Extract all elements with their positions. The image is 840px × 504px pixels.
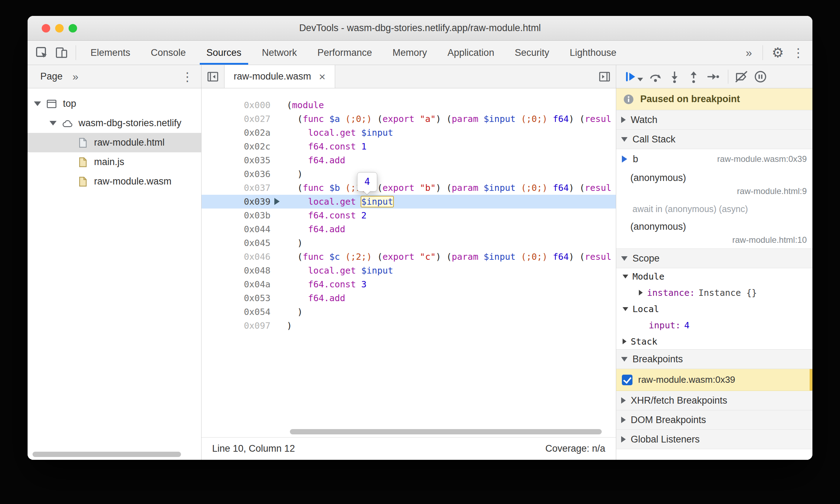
tab-application[interactable]: Application: [437, 41, 504, 65]
breakpoint-item[interactable]: raw-module.wasm:0x39: [616, 369, 812, 391]
line-address[interactable]: 0x035: [202, 153, 281, 167]
tab-security[interactable]: Security: [504, 41, 560, 65]
source-code-viewer[interactable]: 0x000(module0x027 (func $a (;0;) (export…: [202, 88, 616, 437]
line-address[interactable]: 0x044: [202, 222, 281, 236]
code-token: f64.add: [308, 155, 345, 165]
call-stack-frame[interactable]: (anonymous) raw-module.html:9: [616, 169, 812, 200]
scope-section-header[interactable]: Scope: [616, 248, 812, 268]
code-token: [287, 293, 308, 303]
call-stack-frame-current[interactable]: b raw-module.wasm:0x39: [616, 149, 812, 169]
code-token: (: [287, 114, 303, 124]
step-into-icon[interactable]: [665, 67, 684, 86]
line-address[interactable]: 0x02c: [202, 140, 281, 153]
editor-horizontal-scrollbar[interactable]: [290, 429, 602, 434]
line-address[interactable]: 0x046: [202, 250, 281, 264]
line-address[interactable]: 0x02a: [202, 126, 281, 140]
step-icon[interactable]: [703, 67, 722, 86]
tab-elements[interactable]: Elements: [80, 41, 141, 65]
line-address[interactable]: 0x045: [202, 236, 281, 250]
device-toolbar-icon[interactable]: [52, 43, 71, 63]
navigator-horizontal-scrollbar[interactable]: [33, 452, 181, 457]
tree-item-top[interactable]: top: [28, 94, 201, 113]
line-address[interactable]: 0x000: [202, 98, 281, 112]
code-token: $input: [484, 183, 515, 193]
code-token: [287, 197, 308, 207]
code-token: [287, 279, 308, 289]
chevron-right-icon[interactable]: [623, 339, 626, 344]
window-titlebar[interactable]: DevTools - wasm-dbg-stories.netlify.app/…: [28, 16, 812, 41]
chevron-down-icon[interactable]: [623, 275, 628, 279]
watch-section-header[interactable]: Watch: [616, 110, 812, 130]
tree-item-label: wasm-dbg-stories.netlify: [78, 118, 181, 129]
code-token: func: [303, 252, 324, 262]
tab-network[interactable]: Network: [252, 41, 307, 65]
dom-breakpoints-section-header[interactable]: DOM Breakpoints: [616, 410, 812, 430]
scope-module[interactable]: Module: [616, 268, 812, 285]
tree-item-raw-module-wasm[interactable]: raw-module.wasm: [28, 172, 201, 191]
line-address[interactable]: 0x036: [202, 167, 281, 181]
scope-section-label: Scope: [632, 253, 660, 264]
scope-local[interactable]: Local: [616, 301, 812, 317]
deactivate-breakpoints-icon[interactable]: [732, 67, 751, 86]
expand-arrow-icon[interactable]: [49, 121, 57, 125]
code-token: $input: [361, 128, 393, 138]
tree-item-wasm-dbg-stories-netlify[interactable]: wasm-dbg-stories.netlify: [28, 113, 201, 133]
code-token: resul: [585, 252, 611, 262]
evaluated-expression[interactable]: $input4: [361, 197, 393, 207]
resume-options-caret-icon[interactable]: [637, 78, 643, 81]
chevron-down-icon: [621, 137, 628, 142]
chevron-right-icon[interactable]: [639, 290, 643, 295]
tree-item-main-js[interactable]: main.js: [28, 152, 201, 172]
code-token: [414, 252, 420, 262]
zoom-window-button[interactable]: [69, 24, 77, 33]
kebab-menu-icon[interactable]: ⋮: [788, 43, 808, 63]
more-tabs-button[interactable]: »: [739, 46, 758, 59]
navigator-tab-page[interactable]: Page: [40, 71, 63, 82]
editor-tab-raw-module-wasm[interactable]: raw-module.wasm ×: [224, 65, 335, 88]
tab-performance[interactable]: Performance: [307, 41, 383, 65]
line-address[interactable]: 0x039: [202, 195, 281, 209]
line-address[interactable]: 0x037: [202, 181, 281, 195]
expand-arrow-icon[interactable]: [34, 101, 41, 106]
tab-lighthouse[interactable]: Lighthouse: [559, 41, 626, 65]
call-stack-section-header[interactable]: Call Stack: [616, 129, 812, 149]
pause-on-exceptions-icon[interactable]: [751, 67, 770, 86]
tab-memory[interactable]: Memory: [382, 41, 437, 65]
minimize-window-button[interactable]: [55, 24, 64, 33]
call-stack-frame[interactable]: (anonymous) raw-module.html:10: [616, 218, 812, 249]
line-address[interactable]: 0x054: [202, 305, 281, 319]
close-tab-icon[interactable]: ×: [319, 71, 326, 82]
settings-gear-icon[interactable]: ⚙: [767, 43, 788, 63]
tab-sources[interactable]: Sources: [196, 41, 252, 65]
code-token: $b: [329, 183, 340, 193]
step-over-icon[interactable]: [646, 67, 665, 86]
xhr-breakpoints-section-header[interactable]: XHR/fetch Breakpoints: [616, 391, 812, 410]
tab-console[interactable]: Console: [141, 41, 196, 65]
navigator-kebab-icon[interactable]: ⋮: [181, 70, 193, 84]
code-text: (func $b (;1;) (export "b") (param $inpu…: [281, 181, 611, 195]
global-listeners-section-header[interactable]: Global Listeners: [616, 429, 812, 449]
breakpoint-checkbox[interactable]: [622, 375, 632, 385]
chevron-down-icon[interactable]: [623, 307, 628, 311]
breakpoints-section-header[interactable]: Breakpoints: [616, 349, 812, 369]
line-address[interactable]: 0x04a: [202, 277, 281, 291]
line-address[interactable]: 0x097: [202, 319, 281, 333]
step-out-icon[interactable]: [684, 67, 703, 86]
navigator-more-tabs-button[interactable]: »: [72, 71, 78, 83]
resume-script-icon[interactable]: [620, 67, 640, 86]
line-address[interactable]: 0x027: [202, 112, 281, 126]
scope-input-row[interactable]: input: 4: [616, 317, 812, 333]
line-address[interactable]: 0x048: [202, 264, 281, 277]
inspect-icon[interactable]: [32, 43, 52, 63]
line-address[interactable]: 0x053: [202, 291, 281, 305]
close-window-button[interactable]: [42, 24, 50, 33]
code-line-0x054: 0x054 ): [202, 305, 616, 319]
line-address[interactable]: 0x03b: [202, 209, 281, 222]
toggle-navigator-sidebar-icon[interactable]: [202, 65, 224, 88]
doc-script-icon: [76, 175, 89, 188]
toggle-debugger-sidebar-icon[interactable]: [593, 65, 616, 88]
code-token: [478, 183, 484, 193]
scope-instance-row[interactable]: instance: Instance {}: [616, 285, 812, 301]
tree-item-raw-module-html[interactable]: raw-module.html: [28, 133, 201, 152]
scope-stack[interactable]: Stack: [616, 333, 812, 350]
